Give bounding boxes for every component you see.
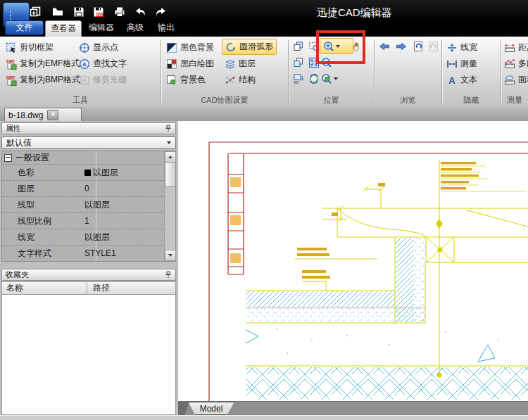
zoom-window-button[interactable] [307,39,321,53]
smooth-arc-button[interactable]: 圆滑弧形 [222,39,277,55]
back-button[interactable] [377,39,391,53]
print-button[interactable] [110,3,130,21]
zoom-extents-dropdown-arrow[interactable] [334,77,338,80]
document-tab[interactable]: b-18.dwg × [4,108,82,122]
model-tab[interactable]: Model [188,402,234,415]
pan-hand-icon [352,41,363,52]
property-row-linetype-scale[interactable]: 线型比例 1 [2,213,165,229]
pin-icon[interactable] [165,271,172,279]
find-text-button[interactable]: A 查找文字 [79,56,127,71]
zoom-in-button[interactable] [320,38,353,54]
new-file-button[interactable] [25,3,45,21]
measure-distance-label: 距离 [518,42,528,53]
save-button[interactable] [69,3,89,21]
property-row-layer[interactable]: 图层 0 [2,181,165,197]
property-grid: 一般设置 色彩 以图层 图层 0 线型 以图层 线型比例 1 线宽 以图层 文字… [1,151,176,262]
hide-linewidth-button[interactable]: 线宽 [446,40,477,55]
menu-tab-output[interactable]: 输出 [152,20,180,35]
menu-tab-file[interactable]: 文件 [5,20,44,35]
measure-distance-button[interactable]: 距离 [504,40,528,55]
linewidth-icon [446,42,458,53]
left-panel: 属性 默认值 一般设置 色彩 以图层 图层 0 线型 以图层 线型比例 1 [0,121,179,415]
scrollbar-thumb[interactable] [165,162,176,187]
favorites-col-name[interactable]: 名称 [2,282,87,294]
section-lines [246,160,528,378]
svg-text:35°: 35° [294,80,301,84]
property-row-color[interactable]: 色彩 以图层 [2,165,165,181]
copy-view-2-button[interactable] [291,56,306,70]
black-background-button[interactable]: 黑色背景 [166,40,214,55]
rotate-view-button[interactable]: 35° [291,72,306,86]
menu-tab-editor[interactable]: 编辑器 [84,20,118,35]
save-icon [73,6,84,18]
layers-button[interactable]: 图层 [225,56,256,71]
forward-button[interactable] [394,39,408,53]
pan-button[interactable] [351,39,365,53]
section-header-general[interactable]: 一般设置 [2,151,165,165]
property-row-linetype[interactable]: 线型 以图层 [2,197,165,213]
save-pdf-button[interactable]: PDF [89,3,108,21]
copy-bmp-button[interactable]: BMP 复制为BMP格式 [6,72,80,87]
layout-tab-bar: Model [178,401,528,416]
zoom-in-icon [323,41,334,52]
undo-button[interactable] [131,3,151,21]
open-file-button[interactable] [48,3,68,21]
window-title: 迅捷CAD编辑器 [317,6,392,20]
cut-frame-button[interactable]: 剪切框架 [6,40,54,55]
copy-emf-icon: EMF [6,58,17,70]
cad-drawing [178,121,528,401]
show-points-button[interactable]: 显示点 [79,40,118,55]
zoom-extents-button[interactable] [321,72,346,86]
copy-emf-label: 复制为EMF格式 [20,58,80,70]
property-row-lineweight[interactable]: 线宽 以图层 [2,229,165,246]
measure-polyline-label: 多段线 [518,58,528,70]
regen-button[interactable] [307,72,321,86]
grid-scrollbar[interactable] [164,151,175,261]
favorites-list[interactable] [1,295,176,415]
titleblock-text-blocks [230,177,241,263]
zoom-in-dropdown-arrow[interactable] [336,45,340,48]
document-tab-close-button[interactable]: × [47,110,58,120]
ribbon: 剪切框架 EMF 复制为EMF格式 BMP 复制为BMP格式 [0,37,528,108]
smooth-arc-icon [225,42,237,53]
favorites-col-path[interactable]: 路径 [87,282,175,294]
cut-frame-label: 剪切框架 [20,42,54,53]
menu-tab-viewer[interactable]: 查看器 [45,20,82,37]
hide-text-button[interactable]: A 文本 [446,72,477,87]
measure-polyline-button[interactable]: 多段线 [504,56,528,71]
next-view-button [427,39,441,53]
structure-button[interactable]: 结构 [225,72,256,87]
drawing-canvas[interactable] [178,121,528,401]
redo-button[interactable] [151,3,170,21]
ribbon-group-position: 35° 位置 [289,37,374,107]
fit-to-screen-button[interactable] [307,56,321,70]
hide-linewidth-label: 线宽 [460,42,477,53]
property-row-textstyle[interactable]: 文字样式 STYLE1 [2,246,165,262]
rotate-view-icon: 35° [293,73,304,84]
copy-view-button[interactable] [291,39,306,53]
scroll-down-button[interactable] [165,250,176,261]
cyan-symbols [246,330,495,362]
measure-icon [446,58,458,70]
preset-dropdown-arrow [167,141,171,144]
previous-view-button[interactable] [411,39,425,53]
area-icon [504,75,515,86]
measure-area-button[interactable]: 面积 [504,72,528,87]
copy-emf-button[interactable]: EMF 复制为EMF格式 [6,56,80,71]
hide-measure-button[interactable]: 测量 [446,56,477,71]
zoom-out-button[interactable] [321,56,346,70]
preset-dropdown[interactable]: 默认值 [1,136,176,149]
group-label-measure: 测量 [501,95,528,106]
bw-drawing-button[interactable]: 黑白绘图 [166,56,214,71]
next-view-icon [428,41,439,52]
forward-arrow-icon [396,41,407,52]
pin-icon[interactable] [165,125,172,132]
collapse-minus-icon[interactable] [4,154,12,162]
color-swatch [84,170,91,176]
group-label-cad-settings: CAD绘图设置 [161,95,288,106]
background-color-button[interactable]: 背景色 [166,72,206,87]
zoom-out-dropdown-arrow[interactable] [334,61,338,64]
back-arrow-icon [379,41,390,52]
scroll-up-button[interactable] [165,151,176,163]
menu-tab-advanced[interactable]: 高级 [121,20,149,35]
